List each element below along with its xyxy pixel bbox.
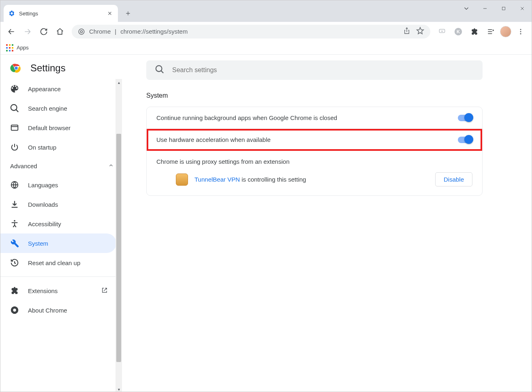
nav-label: Downloads: [28, 201, 58, 208]
search-icon: [10, 104, 19, 113]
download-icon: [10, 200, 19, 209]
disable-button[interactable]: Disable: [435, 172, 472, 186]
extension-k-icon[interactable]: K: [451, 25, 465, 39]
nav-system[interactable]: System: [0, 233, 116, 253]
tab-strip: Settings: [0, 0, 457, 22]
nav-divider: [0, 276, 122, 277]
svg-point-6: [520, 29, 521, 30]
toggle-background-apps[interactable]: [458, 115, 472, 121]
row-label: Use hardware acceleration when available: [156, 136, 271, 143]
tunnelbear-icon: [176, 174, 188, 186]
browser-tab[interactable]: Settings: [4, 5, 118, 22]
nav-search-engine[interactable]: Search engine: [0, 99, 116, 118]
nav-advanced-label: Advanced: [10, 163, 37, 169]
accessibility-icon: [10, 219, 19, 228]
gear-icon: [9, 10, 15, 17]
nav-advanced-toggle[interactable]: Advanced: [0, 157, 122, 175]
scrollbar-thumb[interactable]: [116, 134, 121, 362]
sidebar-scrollbar[interactable]: ▴ ▾: [115, 79, 122, 392]
minimize-button[interactable]: [476, 2, 494, 15]
bookmarks-bar: Apps: [0, 41, 532, 55]
extensions-icon[interactable]: [468, 25, 481, 39]
nav-label: Accessibility: [28, 221, 61, 227]
toggle-hardware-acceleration[interactable]: [458, 137, 472, 143]
omnibox-separator: |: [115, 28, 116, 35]
nav-label: Extensions: [28, 287, 58, 294]
nav-label: System: [28, 240, 48, 247]
nav-extensions[interactable]: Extensions: [0, 281, 116, 300]
wrench-icon: [10, 239, 19, 248]
page-title: Settings: [30, 62, 66, 74]
tab-title: Settings: [19, 11, 107, 17]
browser-toolbar: Chrome | chrome://settings/system K: [0, 22, 532, 41]
nav-accessibility[interactable]: Accessibility: [0, 214, 116, 233]
extension-suffix: is controlling this setting: [240, 176, 306, 183]
apps-label[interactable]: Apps: [17, 45, 29, 51]
chrome-logo-icon: [10, 62, 22, 74]
svg-point-14: [14, 220, 15, 222]
sidebar-nav: Appearance Search engine Default browser…: [0, 79, 122, 392]
nav-label: On startup: [28, 144, 56, 151]
external-link-icon: [101, 287, 108, 295]
back-button[interactable]: [4, 25, 18, 39]
pocket-icon[interactable]: [435, 25, 449, 39]
forward-button[interactable]: [21, 25, 34, 39]
globe-icon: [10, 180, 19, 189]
svg-point-16: [13, 308, 16, 311]
share-icon[interactable]: [403, 27, 410, 36]
svg-point-8: [520, 33, 521, 34]
palette-icon: [10, 84, 19, 93]
reload-button[interactable]: [37, 25, 51, 39]
scroll-up-icon[interactable]: ▴: [115, 79, 122, 86]
svg-rect-0: [502, 7, 505, 10]
nav-appearance[interactable]: Appearance: [0, 79, 116, 99]
scroll-down-icon[interactable]: ▾: [115, 386, 122, 392]
nav-label: About Chrome: [28, 307, 67, 314]
home-button[interactable]: [53, 25, 67, 39]
search-input[interactable]: [172, 66, 474, 74]
svg-point-7: [520, 31, 521, 32]
settings-search[interactable]: [146, 60, 483, 80]
proxy-extension-text: TunnelBear VPN is controlling this setti…: [194, 176, 306, 183]
browser-icon: [10, 123, 19, 132]
menu-icon[interactable]: [514, 25, 528, 39]
chevron-down-icon[interactable]: [457, 2, 476, 15]
power-icon: [10, 143, 19, 152]
svg-point-2: [80, 30, 82, 32]
settings-main: System Continue running background apps …: [122, 55, 532, 392]
new-tab-button[interactable]: [122, 7, 134, 19]
search-icon: [155, 65, 164, 75]
close-icon[interactable]: [107, 10, 113, 17]
nav-downloads[interactable]: Downloads: [0, 195, 116, 214]
settings-sidebar: Settings Appearance Search engine Defaul…: [0, 55, 122, 392]
chrome-small-icon: [10, 306, 19, 315]
chrome-icon: [78, 28, 85, 35]
star-icon[interactable]: [416, 27, 424, 36]
scrollbar-track[interactable]: [115, 86, 122, 386]
reading-list-icon[interactable]: [484, 25, 498, 39]
nav-on-startup[interactable]: On startup: [0, 137, 116, 157]
nav-reset[interactable]: Reset and clean up: [0, 253, 116, 272]
svg-rect-12: [11, 125, 18, 131]
row-background-apps: Continue running background apps when Go…: [147, 107, 482, 129]
nav-label: Reset and clean up: [28, 259, 80, 266]
section-title: System: [146, 92, 507, 99]
apps-icon[interactable]: [6, 44, 13, 51]
nav-label: Search engine: [28, 105, 67, 112]
profile-avatar[interactable]: [500, 26, 511, 37]
omnibox-url: chrome://settings/system: [120, 28, 188, 35]
window-titlebar: Settings: [0, 0, 532, 22]
nav-label: Languages: [28, 182, 58, 189]
svg-text:K: K: [457, 29, 460, 34]
nav-languages[interactable]: Languages: [0, 175, 116, 195]
maximize-button[interactable]: [494, 2, 513, 15]
close-button[interactable]: [513, 2, 532, 15]
proxy-title: Chrome is using proxy settings from an e…: [156, 158, 472, 165]
nav-default-browser[interactable]: Default browser: [0, 118, 116, 137]
svg-point-1: [79, 29, 84, 34]
nav-about[interactable]: About Chrome: [0, 300, 116, 320]
nav-label: Appearance: [28, 86, 61, 92]
svg-rect-3: [439, 29, 444, 32]
address-bar[interactable]: Chrome | chrome://settings/system: [72, 25, 430, 39]
row-label: Continue running background apps when Go…: [156, 114, 337, 121]
